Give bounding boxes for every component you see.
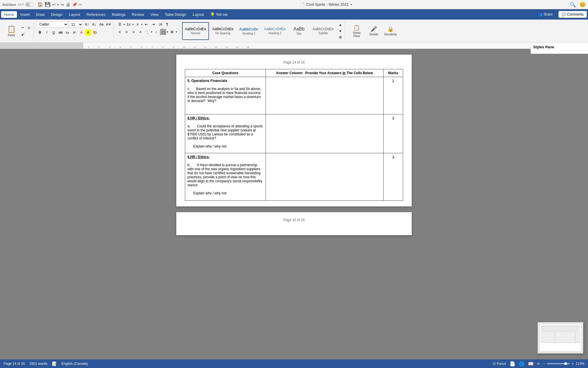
align-left-button[interactable]: ≡ (117, 29, 123, 35)
print-layout-icon[interactable]: 📄 (510, 361, 515, 367)
web-layout-icon[interactable]: 🌐 (519, 361, 525, 367)
section-header-6a: 6.HR / Ethics: (187, 116, 263, 120)
sensitivity-button[interactable]: 🔒 Sensitivity (382, 25, 399, 37)
answer-cell-6b[interactable] (266, 153, 383, 201)
home-icon[interactable]: 🏠 (37, 2, 43, 7)
shading-dropdown[interactable]: ▾ (167, 30, 168, 33)
answer-cell-6a[interactable] (266, 114, 383, 153)
increase-font-button[interactable]: A↑ (84, 21, 90, 28)
menu-item-insert[interactable]: Insert (18, 11, 33, 18)
more-options-icon[interactable]: ··· (79, 2, 82, 7)
dictate-button[interactable]: 🎤 Dictate (368, 25, 380, 37)
profile-icon[interactable]: 😊 (579, 1, 586, 8)
autosave-toggle[interactable] (25, 3, 33, 7)
menu-item-tell-me[interactable]: 💡Tell me (207, 11, 231, 18)
font-size-select[interactable]: 11 (69, 21, 83, 28)
outline-icon[interactable]: ≡ (537, 361, 539, 366)
question-6a-content: a. Could the acceptance of attending a s… (187, 124, 263, 140)
document-area[interactable]: Page 14 of 16 Case Questions Answer Colu… (0, 49, 588, 359)
menu-item-layout2[interactable]: Layout (190, 11, 207, 18)
zoom-control: − + 110% (543, 361, 585, 366)
table-header-answers[interactable]: Answer Column: Provide Your Answers In T… (266, 69, 383, 77)
column-dropdown[interactable]: ▾ (151, 30, 152, 33)
borders-dropdown[interactable]: ▾ (176, 30, 177, 33)
menu-item-mailings[interactable]: Mailings (109, 11, 129, 18)
menu-item-references[interactable]: References (84, 11, 108, 18)
italic-button[interactable]: I (44, 29, 50, 36)
question-5c-content: c. Based on the analysis in 5a and 5b ab… (187, 87, 263, 103)
menu-item-view[interactable]: View (148, 11, 161, 18)
menu-item-home[interactable]: Home (1, 11, 17, 18)
sort-button[interactable]: ↕A (157, 21, 163, 28)
style-title[interactable]: AaBb Title (289, 22, 309, 40)
multilevel-button[interactable]: ≡ (134, 21, 141, 28)
bold-button[interactable]: B (37, 29, 43, 36)
shading-button[interactable]: ▢ (160, 29, 166, 35)
bullets-button[interactable]: ☰ (117, 21, 123, 28)
numbering-button[interactable]: 1≡ (125, 21, 132, 28)
font-color-button[interactable]: 🎨 (92, 29, 98, 36)
answer-cell-5c[interactable] (266, 77, 383, 114)
bullets-dropdown[interactable]: ▾ (123, 23, 125, 26)
subscript-button[interactable]: x₂ (64, 29, 71, 36)
style-no-spacing[interactable]: AaBbCcDdEe No Spacing (210, 22, 236, 40)
superscript-button[interactable]: x² (71, 29, 78, 36)
print-icon[interactable]: 🖨 (66, 2, 70, 7)
styles-pane: Styles Pane (531, 43, 588, 54)
show-formatting-button[interactable]: ¶ (164, 21, 170, 28)
align-center-button[interactable]: ≡ (123, 29, 130, 35)
comments-button[interactable]: 💬 Comments (558, 11, 587, 18)
styles-more[interactable]: ⊞ (337, 34, 343, 40)
highlight-button[interactable]: A (85, 29, 91, 36)
zoom-out-button[interactable]: − (543, 361, 545, 366)
undo-icon[interactable]: ↩ (52, 2, 56, 7)
line-spacing-button[interactable]: ↕ (153, 29, 159, 35)
justify-button[interactable]: ≡ (137, 29, 144, 35)
read-mode-icon[interactable]: 📖 (528, 361, 534, 367)
font-name-select[interactable]: Calibri (37, 21, 68, 28)
format-painter-button[interactable]: 🖌 (20, 31, 26, 37)
paste-button[interactable]: 📋 Paste (4, 24, 19, 37)
title-dropdown-icon[interactable]: ▾ (351, 3, 352, 6)
autosave-indicator[interactable]: AutoSave OFF (2, 3, 33, 7)
styles-pane-button[interactable]: 📋 Styles Pane (348, 23, 365, 39)
text-color-button[interactable]: A (78, 29, 84, 36)
column-button[interactable]: ⋮ (144, 29, 150, 35)
zoom-in-button[interactable]: + (572, 361, 574, 366)
multilevel-dropdown[interactable]: ▾ (141, 23, 143, 26)
focus-button[interactable]: ⊡ Focus (493, 362, 506, 366)
search-icon[interactable]: 🔍 (570, 1, 576, 8)
clear-formatting-button[interactable]: A✕ (105, 21, 112, 28)
underline-button[interactable]: U (51, 29, 57, 36)
share-button[interactable]: 👥 Share (535, 11, 556, 18)
menu-item-layout[interactable]: Layout (66, 11, 83, 18)
menu-item-review[interactable]: Review (129, 11, 147, 18)
change-case-button[interactable]: Aa (98, 21, 105, 28)
autosave-state: OFF (18, 3, 24, 6)
align-right-button[interactable]: ≡ (130, 29, 137, 35)
increase-indent-button[interactable]: ⇥ (150, 21, 156, 28)
menu-bar: Home Insert Draw Design Layout Reference… (0, 9, 588, 20)
copy-button[interactable]: ⎘ (26, 25, 32, 31)
menu-item-design[interactable]: Design (48, 11, 65, 18)
pin-icon[interactable]: 📌 (72, 2, 77, 7)
style-heading2[interactable]: AaBbCcDdEe Heading 2 (262, 22, 288, 40)
numbering-dropdown[interactable]: ▾ (132, 23, 134, 26)
styles-scroll-down[interactable]: ▼ (337, 28, 343, 34)
decrease-font-button[interactable]: A↓ (91, 21, 97, 28)
proofing-icon[interactable]: 📝 (52, 361, 57, 366)
zoom-slider[interactable] (547, 363, 570, 364)
strikethrough-button[interactable]: ab (57, 29, 64, 36)
style-subtitle[interactable]: AaBbCcDdEe Subtitle (310, 22, 336, 40)
style-heading1[interactable]: AaBbCcDc Heading 1 (237, 22, 261, 40)
styles-scroll-up[interactable]: ▲ (337, 22, 343, 28)
menu-item-draw[interactable]: Draw (33, 11, 47, 18)
cut-button[interactable]: ✂ (20, 25, 26, 31)
redo-icon[interactable]: ↪ (61, 2, 64, 7)
save-icon[interactable]: 💾 (45, 2, 51, 7)
borders-button[interactable]: ⊞ (169, 29, 175, 35)
undo-dropdown-icon[interactable]: ▾ (57, 3, 59, 6)
menu-item-table-design[interactable]: Table Design (162, 11, 189, 18)
style-normal[interactable]: AaBbCcDdEe Normal (182, 22, 209, 40)
decrease-indent-button[interactable]: ⇤ (143, 21, 150, 28)
